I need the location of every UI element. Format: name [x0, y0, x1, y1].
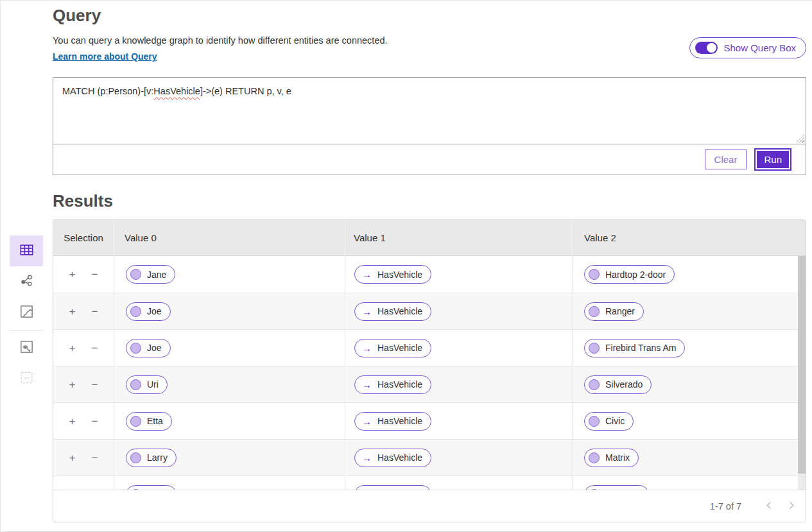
entity-pill-label: Civic — [605, 416, 625, 426]
row-value1-cell: → HasVehicle — [345, 256, 573, 293]
sidebar-item-add-to-map[interactable] — [10, 332, 43, 363]
link-chart-icon — [20, 274, 33, 289]
remove-from-selection-button[interactable]: − — [89, 341, 101, 355]
row-value1-cell: → HasVehicle — [345, 476, 573, 490]
query-box: MATCH (p:Person)-[v:HasVehicle]->(e) RET… — [53, 77, 806, 175]
add-to-selection-button[interactable]: + — [67, 488, 78, 490]
run-button[interactable]: Run — [754, 148, 791, 171]
previous-page-button[interactable] — [758, 495, 780, 517]
relationship-pill-label: HasVehicle — [377, 270, 422, 280]
row-selection-cell: + − — [53, 256, 114, 293]
table-row: + − Larry → HasVehicle Matrix — [53, 439, 806, 476]
remove-from-selection-button[interactable]: − — [89, 378, 101, 391]
entity-pill-label: Joe — [147, 306, 162, 316]
row-value2-cell: Civic — [573, 403, 806, 439]
remove-from-selection-button[interactable]: − — [89, 451, 101, 465]
entity-node-icon — [589, 489, 600, 490]
add-to-selection-button[interactable]: + — [67, 305, 78, 318]
toggle-switch-icon[interactable] — [695, 42, 718, 54]
row-selection-cell: + − — [53, 440, 114, 476]
entity-pill[interactable]: Jane — [126, 265, 175, 284]
query-actions-bar: Clear Run — [53, 144, 806, 175]
entity-pill[interactable]: Firebird Trans Am — [584, 339, 685, 357]
entity-pill[interactable]: Uri — [126, 375, 168, 394]
row-selection-cell: + − — [53, 403, 114, 439]
arrow-right-icon: → — [362, 490, 372, 490]
relationship-pill[interactable]: → HasVehicle — [354, 339, 431, 357]
entity-node-icon — [130, 269, 141, 280]
row-selection-cell: + − — [53, 293, 114, 329]
entity-pill[interactable]: Joe — [126, 302, 171, 321]
relationship-pill-label: HasVehicle — [377, 379, 422, 390]
toggle-label: Show Query Box — [723, 42, 796, 53]
entity-pill[interactable]: Civic — [584, 412, 634, 431]
relationship-pill[interactable]: → HasVehicle — [354, 265, 431, 284]
entity-pill[interactable]: Silverado — [584, 375, 652, 394]
row-value2-cell: Firebird Trans Am — [573, 330, 806, 366]
relationship-pill-label: HasVehicle — [377, 306, 422, 316]
entity-pill[interactable]: Matrix — [584, 449, 639, 467]
query-input[interactable]: MATCH (p:Person)-[v:HasVehicle]->(e) RET… — [53, 78, 806, 144]
entity-pill-label: Jane — [147, 270, 166, 280]
entity-pill-label: Etta — [147, 416, 163, 426]
chevron-right-icon — [786, 501, 796, 512]
remove-from-selection-button[interactable]: − — [89, 268, 101, 281]
row-value0-cell: Larry — [114, 476, 345, 490]
entity-pill[interactable]: Etta — [126, 412, 172, 431]
row-value2-cell: Matrix — [573, 440, 806, 476]
results-table-header: Selection Value 0 Value 1 Value 2 — [53, 220, 806, 256]
relationship-pill-label: HasVehicle — [377, 489, 422, 490]
column-header-value0[interactable]: Value 0 — [114, 220, 345, 255]
row-value2-cell: Silverado — [573, 366, 806, 402]
sidebar-item-link-chart-view[interactable] — [10, 266, 43, 297]
relationship-pill[interactable]: → HasVehicle — [354, 375, 431, 394]
entity-pill[interactable]: Hardtop 2-door — [584, 265, 675, 284]
column-header-selection[interactable]: Selection — [53, 220, 114, 255]
relationship-pill[interactable]: → HasVehicle — [354, 412, 431, 431]
row-selection-cell: + − — [53, 476, 114, 490]
results-heading: Results — [53, 191, 113, 211]
sidebar-item-table-view[interactable] — [10, 236, 43, 266]
row-value0-cell: Jane — [114, 256, 345, 293]
entity-pill[interactable]: Joe — [126, 339, 171, 357]
remove-from-selection-button[interactable]: − — [89, 305, 101, 318]
entity-pill[interactable]: Larry — [126, 485, 177, 490]
entity-pill-label: Larry — [147, 489, 168, 490]
entity-node-icon — [589, 306, 600, 317]
entity-pill[interactable]: Ranger — [584, 302, 644, 321]
row-value0-cell: Joe — [114, 293, 345, 329]
add-to-selection-button[interactable]: + — [67, 378, 78, 391]
learn-more-link[interactable]: Learn more about Query — [53, 51, 157, 62]
clear-button[interactable]: Clear — [705, 150, 747, 169]
show-query-box-toggle[interactable]: Show Query Box — [689, 37, 806, 58]
table-row: + − Uri → HasVehicle Silverado — [53, 366, 806, 402]
column-header-value1[interactable]: Value 1 — [345, 220, 573, 255]
entity-pill-label: Mustang — [605, 489, 640, 490]
entity-pill[interactable]: Mustang — [584, 485, 649, 490]
row-value2-cell: Mustang — [573, 476, 806, 490]
next-page-button[interactable] — [780, 495, 802, 517]
entity-node-icon — [589, 379, 600, 390]
add-to-selection-button[interactable]: + — [67, 451, 78, 465]
scrollbar-thumb[interactable] — [798, 256, 806, 474]
relationship-pill[interactable]: → HasVehicle — [354, 302, 431, 321]
query-text-suffix: ]->(e) RETURN p, v, e — [200, 86, 291, 96]
chevron-left-icon — [764, 501, 774, 512]
add-to-selection-button[interactable]: + — [67, 268, 78, 281]
arrow-right-icon: → — [362, 307, 372, 316]
remove-from-selection-button[interactable]: − — [89, 415, 101, 428]
query-text-misspelled: HasVehicle — [153, 86, 200, 96]
relationship-pill[interactable]: → HasVehicle — [354, 485, 431, 490]
textarea-resize-handle[interactable] — [797, 135, 804, 142]
relationship-pill[interactable]: → HasVehicle — [354, 449, 431, 467]
page-title: Query — [53, 6, 101, 26]
sidebar-item-map-view[interactable] — [10, 297, 43, 328]
add-to-selection-button[interactable]: + — [67, 341, 78, 355]
entity-pill[interactable]: Larry — [126, 449, 177, 467]
remove-from-selection-button[interactable]: − — [89, 488, 101, 490]
column-header-value2[interactable]: Value 2 — [573, 220, 806, 255]
vertical-scrollbar[interactable] — [798, 256, 806, 490]
query-page: Query You can query a knowledge graph to… — [0, 0, 812, 532]
add-to-selection-button[interactable]: + — [67, 415, 78, 428]
add-to-map-icon — [20, 340, 33, 356]
